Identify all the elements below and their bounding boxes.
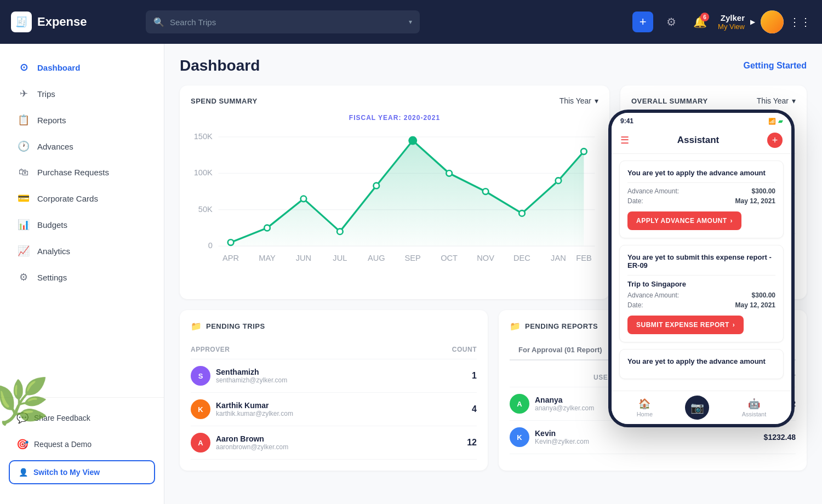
- search-bar[interactable]: 🔍 ▾: [146, 10, 420, 33]
- tab-for-approval[interactable]: For Approval (01 Report): [510, 340, 611, 360]
- person-icon: 👤: [19, 468, 28, 477]
- fiscal-year-label: FISCAL YEAR: 2020-2021: [191, 114, 598, 122]
- avatar-image: [761, 10, 784, 33]
- phone-nav-assistant[interactable]: 🤖 Assistant: [742, 398, 767, 417]
- sidebar-item-corporate-cards[interactable]: 💳 Corporate Cards: [9, 186, 155, 211]
- svg-text:150K: 150K: [194, 132, 213, 141]
- search-input[interactable]: [170, 18, 403, 27]
- pending-trips-card: 📁 PENDING TRIPS APPROVER COUNT: [180, 310, 488, 471]
- sidebar-item-dashboard[interactable]: ⊙ Dashboard: [9, 55, 155, 80]
- approver-2-count: 4: [421, 393, 477, 426]
- assistant-card-1: You are yet to apply the advance amount …: [619, 161, 784, 238]
- switch-view-label: Switch to My View: [33, 468, 100, 477]
- approver-3-avatar: A: [191, 433, 210, 453]
- svg-text:0: 0: [208, 241, 213, 250]
- col-approver: APPROVER: [191, 340, 421, 359]
- approver-1-name: Senthamizh: [216, 368, 287, 376]
- page-title: Dashboard: [180, 57, 260, 75]
- sidebar-item-label-reports: Reports: [37, 116, 66, 125]
- nav-actions: + ⚙ 🔔 6 Zylker My View ▶ ⋮⋮: [632, 10, 811, 33]
- pending-trips-header: 📁 PENDING TRIPS: [191, 321, 477, 331]
- svg-text:MAY: MAY: [259, 254, 276, 262]
- camera-button[interactable]: 📷: [685, 396, 709, 420]
- svg-text:JAN: JAN: [551, 254, 566, 262]
- assistant-card-3: You are yet to apply the advance amount: [619, 349, 784, 379]
- add-button[interactable]: +: [632, 12, 653, 32]
- phone-nav-home[interactable]: 🏠 Home: [637, 398, 653, 417]
- notifications-button[interactable]: 🔔 6: [689, 12, 710, 32]
- svg-point-14: [446, 170, 452, 176]
- user-area[interactable]: Zylker My View ▶ ⋮⋮: [718, 10, 811, 33]
- sidebar-item-purchase-requests[interactable]: 🛍 Purchase Requests: [9, 160, 155, 185]
- overall-summary-header: OVERALL SUMMARY This Year ▾: [631, 96, 796, 105]
- report-user-1-email: ananya@zylker.com: [535, 404, 594, 412]
- advance-amount-label: Advance Amount:: [627, 187, 679, 195]
- sidebar-nav: ⊙ Dashboard ✈ Trips 📋 Reports 🕐 Advances…: [0, 55, 164, 397]
- svg-text:SEP: SEP: [405, 254, 421, 262]
- battery-icon: ▰: [778, 118, 783, 125]
- table-row: K Karthik Kumar karthik.kumar@zylker.com…: [191, 393, 477, 426]
- svg-point-18: [581, 148, 587, 154]
- advance-amount-row: Advance Amount: $300.00: [627, 187, 775, 195]
- svg-point-9: [264, 225, 270, 231]
- request-demo-button[interactable]: 🎯 Request a Demo: [9, 433, 155, 456]
- submit-expense-button[interactable]: SUBMIT EXPENSE REPORT ›: [627, 316, 744, 334]
- switch-to-my-view-button[interactable]: 👤 Switch to My View: [9, 460, 155, 484]
- card2-date-value: May 12, 2021: [735, 301, 775, 309]
- spend-year-select[interactable]: This Year ▾: [560, 96, 598, 105]
- assistant-add-button[interactable]: +: [767, 133, 783, 148]
- svg-point-15: [483, 188, 489, 194]
- sidebar: ⊙ Dashboard ✈ Trips 📋 Reports 🕐 Advances…: [0, 44, 164, 504]
- assistant-body: You are yet to apply the advance amount …: [612, 154, 791, 391]
- top-navigation: 🧾 Expense 🔍 ▾ + ⚙ 🔔 6 Zylker My View ▶ ⋮…: [0, 0, 822, 44]
- svg-point-16: [519, 210, 525, 216]
- sidebar-item-analytics[interactable]: 📈 Analytics: [9, 238, 155, 264]
- overall-year-select[interactable]: This Year ▾: [757, 96, 796, 105]
- settings-button[interactable]: ⚙: [661, 12, 682, 32]
- getting-started-link[interactable]: Getting Started: [743, 61, 807, 71]
- phone-notch: 9:41 📶 ▰: [612, 113, 791, 127]
- svg-text:100K: 100K: [194, 168, 213, 177]
- search-dropdown-icon[interactable]: ▾: [409, 18, 412, 26]
- approver-2-email: karthik.kumar@zylker.com: [216, 410, 293, 417]
- svg-text:NOV: NOV: [477, 254, 494, 262]
- report-user-2-email: Kevin@zylker.com: [535, 438, 589, 445]
- report-user-2-name: Kevin: [535, 429, 589, 438]
- svg-text:OCT: OCT: [441, 254, 458, 262]
- phone-nav-camera[interactable]: 📷: [685, 396, 709, 420]
- svg-text:APR: APR: [222, 254, 239, 262]
- advance-date-row: Date: May 12, 2021: [627, 197, 775, 205]
- spend-chart: FISCAL YEAR: 2020-2021 150K 100K 50K 0: [191, 114, 598, 288]
- spend-year-label: This Year: [560, 96, 591, 105]
- svg-text:JUN: JUN: [296, 254, 311, 262]
- sidebar-item-reports[interactable]: 📋 Reports: [9, 107, 155, 133]
- svg-point-12: [373, 183, 379, 189]
- svg-point-10: [301, 196, 307, 202]
- corporate-cards-icon: 💳: [18, 192, 30, 204]
- avatar: [761, 10, 784, 33]
- sidebar-item-label-advances: Advances: [37, 142, 73, 151]
- svg-text:50K: 50K: [198, 205, 213, 214]
- approver-3: A Aaron Brown aaronbrown@zylker.com: [191, 426, 421, 460]
- sidebar-item-advances[interactable]: 🕐 Advances: [9, 134, 155, 159]
- sidebar-item-trips[interactable]: ✈ Trips: [9, 81, 155, 106]
- svg-point-8: [228, 239, 234, 245]
- reports-icon: 📋: [18, 114, 30, 126]
- apply-advance-button[interactable]: APPLY ADVANCE AMOUNT ›: [627, 211, 741, 230]
- page-header: Dashboard Getting Started: [180, 57, 807, 75]
- phone-bottom-nav: 🏠 Home 📷 🤖 Assistant: [612, 391, 791, 424]
- svg-text:JUL: JUL: [333, 254, 347, 262]
- svg-text:FEB: FEB: [576, 254, 591, 262]
- sidebar-item-settings[interactable]: ⚙ Settings: [9, 265, 155, 290]
- sidebar-item-label-purchase: Purchase Requests: [37, 168, 109, 177]
- hamburger-icon[interactable]: ☰: [620, 134, 629, 146]
- assistant-card-2: You are yet to submit this expense repor…: [619, 245, 784, 342]
- apps-grid-icon[interactable]: ⋮⋮: [789, 15, 811, 28]
- sidebar-item-budgets[interactable]: 📊 Budgets: [9, 212, 155, 237]
- svg-point-17: [556, 177, 562, 184]
- svg-text:AUG: AUG: [368, 254, 385, 262]
- approver-2: K Karthik Kumar karthik.kumar@zylker.com: [191, 393, 421, 426]
- card2-date-row: Date: May 12, 2021: [627, 301, 775, 309]
- svg-text:DEC: DEC: [513, 254, 530, 262]
- assistant-title: Assistant: [677, 135, 720, 146]
